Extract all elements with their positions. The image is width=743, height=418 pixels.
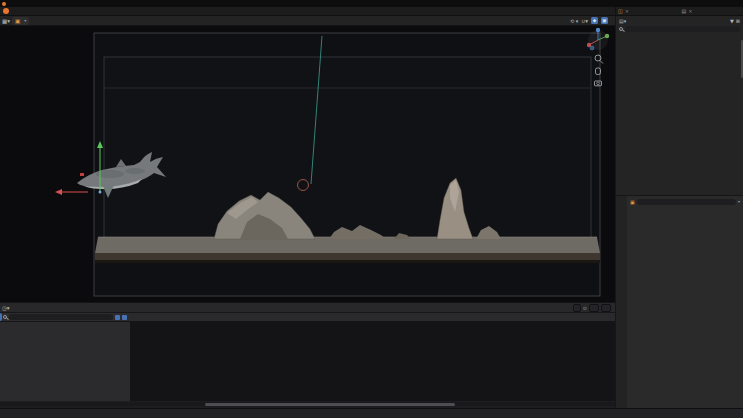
properties-tabs <box>616 196 627 409</box>
snap-magnet-icon[interactable]: ∪▾ <box>581 18 588 24</box>
scene-selector[interactable]: ◫ × <box>616 8 680 14</box>
scrollbar-thumb[interactable] <box>205 403 455 406</box>
outliner-search[interactable] <box>616 25 743 33</box>
channel-search[interactable] <box>0 313 130 322</box>
viewport-3d[interactable] <box>0 26 615 302</box>
outliner-header: ▤▾ ▼ ⊞ <box>616 16 743 25</box>
filter-toggle-icon[interactable] <box>115 315 120 320</box>
playhead-frame-badge[interactable] <box>0 313 2 321</box>
properties-search[interactable]: ▣ ▾ <box>628 197 742 206</box>
dope-sheet: ◷▾ ⊙ <box>0 302 615 408</box>
viewport-header-right: ⟲ ▾ ∪▾ ◆ ▣ <box>570 17 615 24</box>
properties-search-input[interactable] <box>637 199 736 205</box>
view-layer-selector[interactable]: ▤ × <box>680 8 743 14</box>
aquarium-tank[interactable] <box>104 57 591 253</box>
blender-logo-icon <box>2 2 6 6</box>
channel-search-input[interactable] <box>9 314 113 320</box>
gizmo-toggle-icon[interactable]: ◆ <box>591 17 598 24</box>
filter-toggle2-icon[interactable] <box>122 315 127 320</box>
mode-dropdown[interactable]: ▣ ▾ <box>12 17 29 25</box>
frame-start-field[interactable] <box>589 304 599 312</box>
search-icon <box>3 315 7 319</box>
object-icon: ▣ <box>630 199 635 205</box>
outliner-search-input[interactable] <box>625 26 740 32</box>
object-mode-icon: ▣ <box>15 18 20 24</box>
properties-content: ▣ ▾ <box>627 196 743 409</box>
properties-editor: ▣ ▾ <box>615 195 743 408</box>
remove-view-layer-icon[interactable]: × <box>688 8 692 14</box>
scene-icon: ◫ <box>618 8 623 14</box>
title-bar <box>0 0 743 7</box>
orientation-dropdown[interactable]: ⟲ ▾ <box>570 18 578 24</box>
search-icon <box>619 27 623 31</box>
timeline-header: ◷▾ ⊙ <box>0 303 615 313</box>
frame-range-controls: ⊙ <box>573 304 615 312</box>
channel-list <box>0 322 130 401</box>
outliner-tree <box>616 33 743 194</box>
floor-shadow <box>95 260 600 263</box>
floor-base-board <box>95 253 600 260</box>
scene-selectors: ◫ × ▤ × <box>615 7 743 15</box>
view-layer-icon: ▤ <box>682 8 687 14</box>
keying-set-icon[interactable]: ⊙ <box>583 305 587 311</box>
status-bar <box>0 408 743 418</box>
outliner-scrollbar[interactable] <box>741 40 743 78</box>
editor-type-icon[interactable]: ▤▾ <box>619 18 626 24</box>
display-options-icon[interactable]: ⊞ <box>736 18 740 24</box>
unlink-scene-icon[interactable]: × <box>625 8 629 14</box>
blender-window: ◫ × ▤ × ▦▾ ▣ ▾ ⟲ ▾ ∪▾ ◆ ▣ <box>0 0 743 418</box>
filter-icon[interactable]: ▼ <box>730 18 734 24</box>
editor-type-icon[interactable]: ◷▾ <box>0 305 12 311</box>
options-icon[interactable]: ▾ <box>738 199 740 204</box>
seafloor-platform[interactable] <box>95 237 600 253</box>
frame-end-field[interactable] <box>601 304 611 312</box>
current-frame-field[interactable] <box>573 304 581 312</box>
blender-menu-icon[interactable] <box>3 8 9 14</box>
top-bar: ◫ × ▤ × <box>0 7 743 16</box>
overlays-toggle-icon[interactable]: ▣ <box>601 17 608 24</box>
outliner: ▤▾ ▼ ⊞ <box>615 16 743 195</box>
timeline-scrollbar[interactable] <box>0 402 615 406</box>
viewport-header: ▦▾ ▣ ▾ ⟲ ▾ ∪▾ ◆ ▣ <box>0 16 615 26</box>
editor-type-icon[interactable]: ▦▾ <box>0 18 12 24</box>
